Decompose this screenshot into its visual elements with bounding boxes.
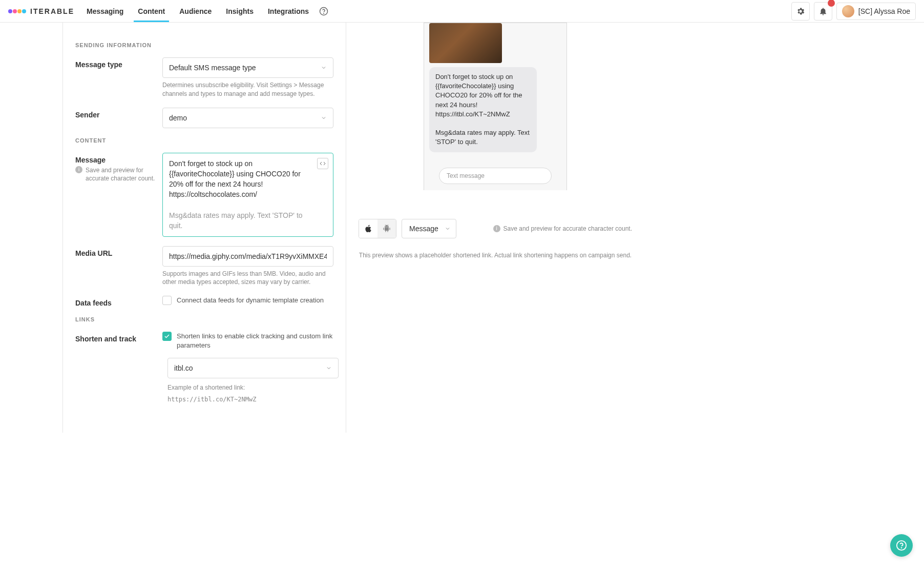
label-shorten-track: Shorten and track <box>75 332 162 403</box>
settings-button[interactable] <box>791 2 810 21</box>
phone-compose-input: Text message <box>439 168 552 184</box>
os-toggle <box>359 219 396 238</box>
top-nav: ITERABLE Messaging Content Audience Insi… <box>0 0 924 23</box>
nav-messaging[interactable]: Messaging <box>87 1 123 22</box>
label-media-url: Media URL <box>75 246 162 287</box>
chevron-down-icon <box>326 365 332 371</box>
preview-media-thumb <box>429 23 502 63</box>
example-label: Example of a shortened link: <box>167 383 333 392</box>
info-icon: i <box>75 166 82 173</box>
chevron-down-icon <box>321 65 327 71</box>
helper-message-type: Determines unsubscribe eligibility. Visi… <box>162 81 333 98</box>
label-message-type: Message type <box>75 57 162 98</box>
help-icon[interactable] <box>319 7 328 16</box>
message-textarea[interactable]: Don't forget to stock up on {{favoriteCh… <box>162 153 333 237</box>
preview-panel: Don't forget to stock up on {{favoriteCh… <box>346 23 644 433</box>
chevron-down-icon <box>321 115 327 121</box>
shorten-domain-select[interactable]: itbl.co <box>167 358 339 378</box>
apple-toggle[interactable] <box>359 219 377 238</box>
svg-point-1 <box>324 13 324 13</box>
sender-select[interactable]: demo <box>162 108 333 128</box>
notifications-button[interactable] <box>814 2 832 21</box>
preview-note: Save and preview for accurate character … <box>503 225 632 232</box>
datafeeds-checkbox-label: Connect data feeds for dynamic template … <box>177 296 324 305</box>
brand-text: ITERABLE <box>30 7 74 15</box>
nav-content[interactable]: Content <box>138 1 165 22</box>
nav-integrations[interactable]: Integrations <box>268 1 309 22</box>
chevron-down-icon <box>445 226 451 232</box>
nav-tabs: Messaging Content Audience Insights Inte… <box>87 1 309 22</box>
section-links: LINKS <box>75 316 333 322</box>
label-message: Message <box>75 156 106 164</box>
nav-insights[interactable]: Insights <box>226 1 254 22</box>
notification-badge <box>828 0 835 7</box>
preview-disclaimer: This preview shows a placeholder shorten… <box>359 252 632 259</box>
user-name: [SC] Alyssa Roe <box>858 7 910 15</box>
logo-icon <box>8 9 26 13</box>
label-sender: Sender <box>75 108 162 128</box>
section-sending-info: SENDING INFORMATION <box>75 42 333 48</box>
datafeeds-checkbox[interactable] <box>162 296 172 305</box>
media-url-input[interactable] <box>162 246 333 267</box>
insert-variable-button[interactable] <box>317 158 328 169</box>
form-panel: SENDING INFORMATION Message type Default… <box>62 23 346 433</box>
phone-preview: Don't forget to stock up on {{favoriteCh… <box>424 23 567 190</box>
sublabel-message: Save and preview for accurate character … <box>86 166 162 184</box>
helper-media-url: Supports images and GIFs less than 5MB. … <box>162 270 333 287</box>
preview-mode-select[interactable]: Message <box>402 219 456 238</box>
message-type-select[interactable]: Default SMS message type <box>162 57 333 78</box>
label-data-feeds: Data feeds <box>75 296 162 307</box>
user-menu[interactable]: [SC] Alyssa Roe <box>836 3 916 20</box>
sms-bubble: Don't forget to stock up on {{favoriteCh… <box>429 67 537 152</box>
android-toggle[interactable] <box>377 219 396 238</box>
shorten-checkbox-label: Shorten links to enable click tracking a… <box>177 332 333 350</box>
nav-audience[interactable]: Audience <box>179 1 212 22</box>
brand-logo[interactable]: ITERABLE <box>8 7 74 15</box>
section-content: CONTENT <box>75 137 333 144</box>
shorten-checkbox[interactable] <box>162 332 172 341</box>
example-link: https://itbl.co/KT~2NMwZ <box>167 396 333 403</box>
avatar <box>842 5 854 17</box>
info-icon: i <box>493 225 500 232</box>
